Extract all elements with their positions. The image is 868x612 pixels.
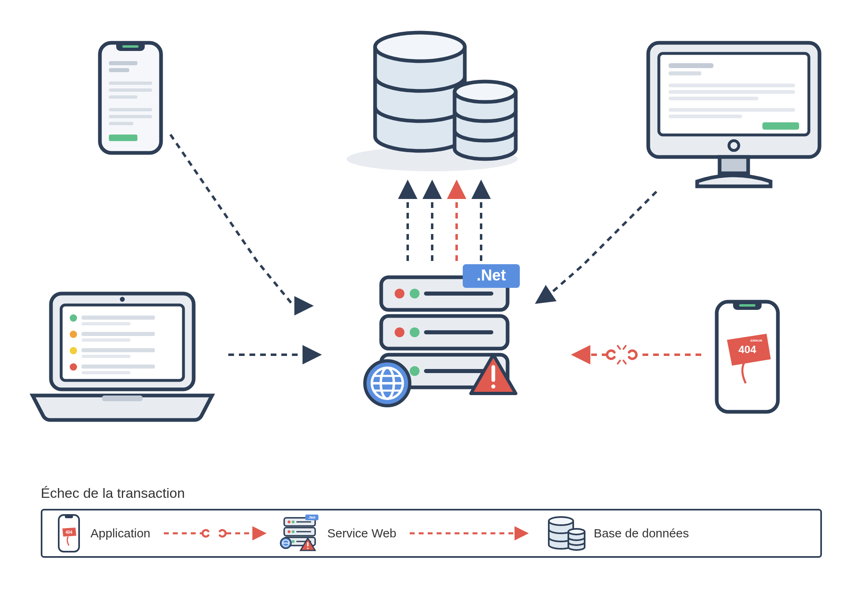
mobile-success-icon: [100, 43, 161, 153]
mobile-error-icon: 404 ERROR: [717, 302, 778, 412]
svg-rect-47: [82, 338, 130, 342]
error-404-text: 404: [738, 343, 756, 356]
legend-application-label: Application: [91, 526, 150, 540]
svg-rect-54: [102, 395, 143, 401]
legend-service-web-icon: .Net: [279, 513, 320, 554]
svg-rect-58: [669, 63, 713, 68]
svg-point-51: [70, 363, 77, 371]
legend-database-label: Base de données: [594, 526, 689, 540]
legend-application-icon: 404: [55, 513, 83, 554]
svg-rect-46: [82, 332, 155, 336]
desktop-icon: [648, 43, 819, 186]
svg-rect-61: [669, 90, 795, 94]
svg-rect-38: [109, 135, 137, 141]
svg-rect-60: [669, 84, 795, 87]
dotnet-badge: .Net: [463, 264, 520, 288]
legend-title: Échec de la transaction: [41, 485, 185, 501]
svg-point-98: [549, 517, 573, 525]
error-small-text: ERROR: [751, 339, 762, 342]
svg-rect-29: [122, 45, 139, 48]
svg-point-2: [455, 82, 516, 102]
svg-rect-53: [82, 371, 130, 374]
legend-arrow-app-to-web: [162, 525, 268, 541]
legend-service-web-label: Service Web: [327, 526, 397, 540]
svg-rect-36: [109, 115, 152, 118]
svg-point-45: [70, 331, 77, 338]
legend-database-icon: [541, 513, 586, 554]
svg-point-99: [568, 529, 585, 535]
svg-text:404: 404: [66, 530, 73, 535]
svg-point-17: [410, 366, 420, 376]
arrow-error-phone-to-server: [575, 346, 701, 364]
globe-icon: [365, 361, 410, 406]
legend-box: 404 Application: [41, 509, 822, 558]
laptop-icon: [33, 294, 212, 420]
svg-rect-65: [762, 122, 799, 130]
svg-rect-64: [669, 115, 742, 118]
svg-rect-43: [82, 316, 155, 320]
svg-rect-67: [739, 304, 755, 307]
svg-rect-37: [109, 122, 133, 125]
svg-rect-35: [109, 108, 152, 111]
arrows-server-to-db: [408, 183, 481, 261]
legend-arrow-web-to-db: [408, 525, 530, 541]
arrow-desktop-to-server: [538, 192, 656, 302]
svg-rect-59: [669, 71, 701, 75]
svg-text:.Net: .Net: [308, 515, 315, 519]
svg-rect-34: [109, 95, 137, 99]
svg-point-9: [410, 289, 420, 298]
svg-point-13: [410, 327, 420, 337]
svg-line-72: [623, 360, 626, 364]
diagram-canvas: .Net: [0, 0, 868, 612]
dotnet-badge-text: .Net: [477, 267, 506, 284]
svg-point-79: [287, 521, 290, 524]
svg-point-88: [292, 540, 294, 543]
architecture-diagram: .Net: [0, 0, 868, 449]
svg-line-69: [618, 346, 620, 349]
arrow-phone-to-server: [170, 135, 310, 306]
svg-rect-31: [109, 68, 129, 72]
svg-point-8: [395, 289, 404, 298]
svg-point-27: [491, 384, 495, 389]
svg-rect-49: [82, 348, 155, 352]
svg-rect-30: [109, 61, 137, 65]
svg-rect-32: [109, 82, 152, 85]
svg-point-96: [307, 548, 309, 549]
svg-rect-33: [109, 88, 152, 92]
svg-rect-52: [82, 365, 155, 369]
svg-rect-44: [82, 322, 130, 325]
svg-point-83: [287, 530, 290, 533]
svg-rect-62: [669, 97, 758, 100]
svg-point-84: [292, 530, 294, 533]
svg-point-48: [70, 347, 77, 354]
svg-rect-63: [669, 108, 795, 112]
svg-point-1: [375, 33, 465, 61]
database-icon: [347, 33, 518, 171]
svg-point-12: [395, 327, 404, 337]
svg-point-42: [70, 314, 77, 322]
svg-line-71: [618, 360, 620, 364]
svg-point-80: [292, 521, 294, 524]
svg-line-70: [623, 346, 626, 349]
svg-rect-50: [82, 355, 130, 358]
svg-point-41: [120, 297, 125, 302]
server-stack-icon: .Net: [365, 264, 520, 406]
